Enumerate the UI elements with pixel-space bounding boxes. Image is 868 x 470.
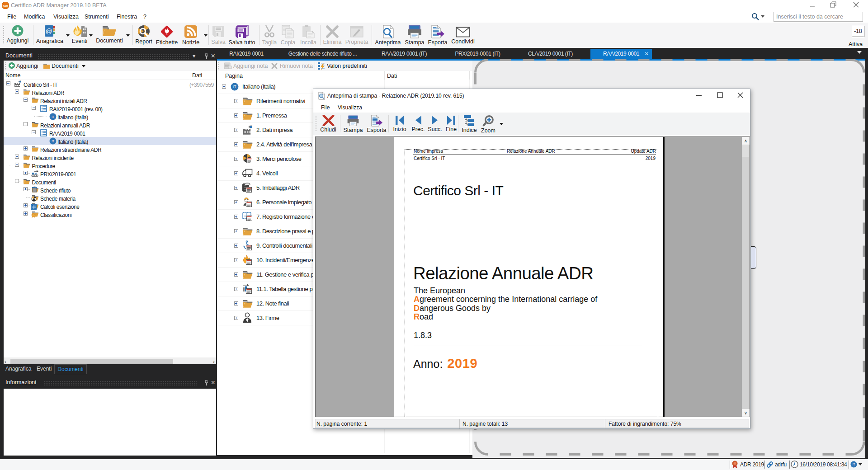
svg-text:@: @ xyxy=(45,27,52,35)
svg-text:IT: IT xyxy=(853,463,855,466)
svg-text:IT: IT xyxy=(233,85,236,89)
svg-text:ADR: ADR xyxy=(3,5,8,7)
